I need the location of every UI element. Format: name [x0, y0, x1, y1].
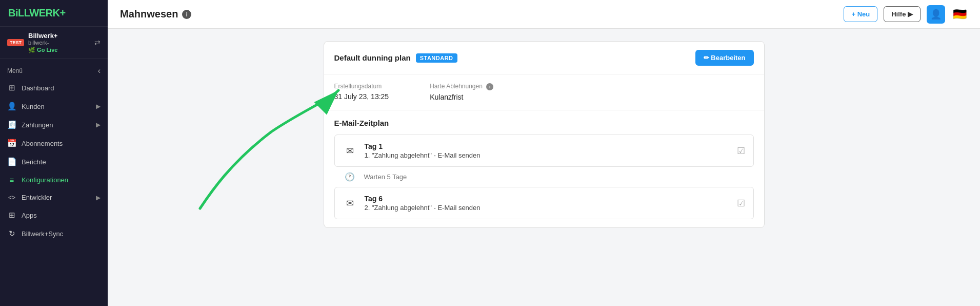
harte-ablehnungen-value: Kulanzfrist: [430, 93, 463, 101]
card-title: Default dunning plan: [334, 53, 411, 62]
topbar: Mahnwesen i + Neu Hilfe ▶ 👤 🇩🇪: [108, 0, 980, 29]
user-button[interactable]: 👤: [927, 5, 945, 24]
clock-icon: 🕐: [345, 172, 355, 182]
page-info-icon[interactable]: i: [182, 10, 191, 19]
timeline-desc-2: 2. "Zahlung abgelehnt" - E-Mail senden: [365, 204, 730, 212]
email-zeitplan-title: E-Mail-Zeitplan: [334, 119, 754, 127]
logo-text: BiLLWERK+: [8, 7, 66, 18]
zahlungen-icon: 🧾: [7, 120, 16, 129]
sidebar-item-billwerksync[interactable]: ↻ Billwerk+Sync: [0, 224, 108, 243]
arrow-icon: ▶: [96, 194, 101, 201]
hilfe-button[interactable]: Hilfe ▶: [884, 6, 921, 22]
dunning-plan-card: Default dunning plan STANDARD ✏ Bearbeit…: [324, 41, 765, 228]
language-flag[interactable]: 🇩🇪: [951, 6, 968, 23]
go-live-label[interactable]: 🌿 Go Live: [28, 47, 90, 53]
sidebar: BiLLWERK+ TEST Billwerk+ billwerk- 🌿 Go …: [0, 0, 108, 306]
timeline-item-1: ✉ Tag 1 1. "Zahlung abgelehnt" - E-Mail …: [334, 135, 754, 167]
sidebar-item-label: Konfigurationen: [22, 176, 68, 184]
arrow-icon: ▶: [96, 121, 101, 128]
sidebar-item-dashboard[interactable]: ⊞ Dashboard: [0, 79, 108, 97]
timeline-content-1: Tag 1 1. "Zahlung abgelehnt" - E-Mail se…: [365, 142, 730, 159]
page-title-text: Mahnwesen: [120, 8, 178, 20]
sidebar-item-konfigurationen[interactable]: ≡ Konfigurationen: [0, 171, 108, 189]
erstellungsdatum-label: Erstellungsdatum: [334, 83, 389, 90]
timeline-item-2: ✉ Tag 6 2. "Zahlung abgelehnt" - E-Mail …: [334, 187, 754, 219]
account-sub: billwerk-: [28, 40, 90, 46]
timeline-day-2: Tag 6: [365, 195, 730, 203]
erstellungsdatum-value: 31 July 23, 13:25: [334, 92, 389, 101]
harte-ablehnungen-info-icon[interactable]: i: [486, 83, 493, 90]
new-button[interactable]: + Neu: [844, 6, 877, 22]
sidebar-item-label: Billwerk+Sync: [22, 230, 63, 238]
harte-ablehnungen-label: Harte Ablehnungen i: [430, 83, 493, 90]
sidebar-item-entwickler[interactable]: <> Entwickler ▶: [0, 189, 108, 206]
bearbeiten-button[interactable]: ✏ Bearbeiten: [695, 50, 754, 66]
collapse-icon[interactable]: ‹: [98, 66, 101, 75]
erstellungsdatum-field: Erstellungsdatum 31 July 23, 13:25: [334, 83, 389, 102]
card-title-area: Default dunning plan STANDARD: [334, 53, 457, 63]
timeline-separator-1: 🕐 Warten 5 Tage: [334, 167, 754, 187]
content-area: Default dunning plan STANDARD ✏ Bearbeit…: [108, 29, 980, 306]
arrow-icon: ▶: [96, 103, 101, 110]
sidebar-item-berichte[interactable]: 📄 Berichte: [0, 152, 108, 171]
sidebar-item-label: Kunden: [22, 103, 45, 110]
sync-icon: ↻: [7, 229, 16, 238]
sidebar-nav: ⊞ Dashboard 👤 Kunden ▶ 🧾 Zahlungen ▶ 📅 A…: [0, 79, 108, 243]
card-header: Default dunning plan STANDARD ✏ Bearbeit…: [324, 42, 764, 74]
sidebar-item-label: Abonnements: [22, 140, 63, 147]
apps-icon: ⊞: [7, 211, 16, 220]
user-icon: 👤: [930, 9, 942, 20]
check-icon-2[interactable]: ☑: [737, 198, 745, 209]
card-meta: Erstellungsdatum 31 July 23, 13:25 Harte…: [324, 74, 764, 110]
sidebar-item-label: Dashboard: [22, 84, 54, 92]
account-name: Billwerk+: [28, 32, 90, 40]
menu-header: Menü ‹: [0, 59, 108, 79]
page-title: Mahnwesen i: [120, 8, 837, 20]
entwickler-icon: <>: [7, 194, 16, 201]
sidebar-item-label: Berichte: [22, 158, 46, 166]
email-zeitplan-section: E-Mail-Zeitplan ✉ Tag 1 1. "Zahlung abge…: [324, 110, 764, 227]
menu-label: Menü: [7, 67, 23, 74]
dashboard-icon: ⊞: [7, 83, 16, 92]
konfigurationen-icon: ≡: [7, 176, 16, 184]
sidebar-item-zahlungen[interactable]: 🧾 Zahlungen ▶: [0, 116, 108, 134]
sidebar-item-apps[interactable]: ⊞ Apps: [0, 206, 108, 224]
sidebar-item-label: Zahlungen: [22, 121, 53, 129]
sidebar-item-kunden[interactable]: 👤 Kunden ▶: [0, 97, 108, 116]
email-icon-2: ✉: [343, 196, 357, 211]
timeline-desc-1: 1. "Zahlung abgelehnt" - E-Mail senden: [365, 151, 730, 159]
account-section: TEST Billwerk+ billwerk- 🌿 Go Live ⇄: [0, 27, 108, 59]
sidebar-item-abonnements[interactable]: 📅 Abonnements: [0, 134, 108, 152]
swap-icon[interactable]: ⇄: [94, 39, 101, 47]
main-area: Mahnwesen i + Neu Hilfe ▶ 👤 🇩🇪 Default: [108, 0, 980, 306]
logo: BiLLWERK+: [0, 0, 108, 27]
timeline-content-2: Tag 6 2. "Zahlung abgelehnt" - E-Mail se…: [365, 195, 730, 212]
berichte-icon: 📄: [7, 157, 16, 166]
timeline-day-1: Tag 1: [365, 142, 730, 150]
abonnements-icon: 📅: [7, 139, 16, 148]
wait-label: Warten 5 Tage: [364, 173, 407, 181]
email-icon-1: ✉: [343, 144, 357, 158]
test-badge: TEST: [7, 39, 24, 46]
harte-ablehnungen-field: Harte Ablehnungen i Kulanzfrist: [430, 83, 493, 102]
kunden-icon: 👤: [7, 102, 16, 111]
check-icon-1[interactable]: ☑: [737, 145, 745, 157]
account-info: Billwerk+ billwerk- 🌿 Go Live: [28, 32, 90, 53]
sidebar-item-label: Apps: [22, 212, 37, 219]
standard-badge: STANDARD: [416, 53, 457, 63]
sidebar-item-label: Entwickler: [22, 194, 52, 201]
